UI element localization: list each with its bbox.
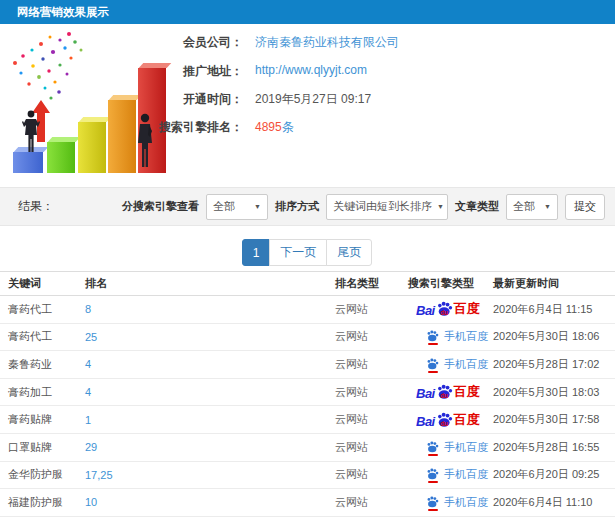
rank-type-cell: 云网站 xyxy=(335,302,408,317)
promo-url-label: 推广地址： xyxy=(183,63,243,80)
sort-select[interactable]: 关键词由短到长排序 ▼ xyxy=(326,194,448,220)
rank-unit: 条 xyxy=(282,120,294,134)
keyword-cell: 膏药代工 xyxy=(8,302,85,317)
chevron-down-icon: ▼ xyxy=(437,203,444,210)
update-time-cell: 2020年5月28日 16:55 xyxy=(493,440,615,455)
table-body: 膏药代工 8 云网站 Bai du 百度 xyxy=(0,296,615,520)
rank-link[interactable]: 4 xyxy=(85,358,335,370)
baidu-logo: Bai du 百度 xyxy=(408,383,480,401)
rank-type-cell: 云网站 xyxy=(335,357,408,372)
chevron-down-icon: ▼ xyxy=(544,203,551,210)
engine-cell: Bai du 百度 手机百度 xyxy=(408,439,493,456)
next-page-button[interactable]: 下一页 xyxy=(269,239,327,266)
update-time-cell: 2020年6月4日 11:15 xyxy=(493,302,615,317)
baidu-paw-icon: du xyxy=(436,384,453,400)
rank-link[interactable]: 25 xyxy=(85,331,335,343)
sort-selected-value: 关键词由短到长排序 xyxy=(333,199,432,214)
update-time-cell: 2020年5月30日 17:58 xyxy=(493,412,615,427)
rank-link[interactable]: 1 xyxy=(85,414,335,426)
col-header-keyword: 关键词 xyxy=(8,276,85,291)
table-row: 福建防护服 10 云网站 Bai du 百度 xyxy=(0,489,615,517)
baidu-logo-cn-text: 百度 xyxy=(454,383,480,401)
keyword-cell: 膏药贴牌 xyxy=(8,412,85,427)
engine-filter-select[interactable]: 全部 ▼ xyxy=(206,194,268,220)
mobile-baidu-label: 手机百度 xyxy=(444,357,488,372)
engine-cell: Bai du 百度 手机百度 xyxy=(408,328,493,345)
mobile-baidu-logo: 手机百度 xyxy=(408,466,488,483)
engine-cell: Bai du 百度 手机百度 xyxy=(408,466,493,483)
mobile-baidu-underline xyxy=(428,454,438,456)
rank-type-cell: 云网站 xyxy=(335,385,408,400)
mobile-baidu-underline xyxy=(428,371,438,373)
update-time-cell: 2020年6月4日 11:10 xyxy=(493,495,615,510)
table-row: 膏药加工 4 云网站 Bai du 百度 xyxy=(0,379,615,407)
engine-rank-row: 搜索引擎排名： 4895条 xyxy=(160,119,610,135)
keyword-rank-table: 关键词 排名 排名类型 搜索引擎类型 最新更新时间 膏药代工 8 云网站 Bai… xyxy=(0,271,615,520)
mobile-baidu-logo: 手机百度 xyxy=(408,439,488,456)
mobile-baidu-underline xyxy=(428,481,438,483)
engine-cell: Bai du 百度 手机百度 xyxy=(408,494,493,511)
table-row: 膏药贴牌 1 云网站 Bai du 百度 xyxy=(0,406,615,434)
article-type-selected-value: 全部 xyxy=(513,199,535,214)
mobile-baidu-paw-icon xyxy=(426,330,439,345)
open-time-row: 开通时间： 2019年5月27日 09:17 xyxy=(160,91,610,107)
chevron-down-icon: ▼ xyxy=(254,203,261,210)
rank-count: 4895 xyxy=(255,120,282,134)
pagination: 1 下一页 尾页 xyxy=(0,239,615,266)
mobile-baidu-label: 手机百度 xyxy=(444,329,488,344)
rank-link[interactable]: 4 xyxy=(85,386,335,398)
rank-type-cell: 云网站 xyxy=(335,440,408,455)
filter-bar: 结果： 分搜索引擎查看 全部 ▼ 排序方式 关键词由短到长排序 ▼ 文章类型 全… xyxy=(0,187,615,226)
page-title: 网络营销效果展示 xyxy=(17,6,109,18)
rank-link[interactable]: 17,25 xyxy=(85,469,335,481)
mobile-baidu-logo: 手机百度 xyxy=(408,356,488,373)
submit-button[interactable]: 提交 xyxy=(565,194,605,220)
bar-orange xyxy=(108,100,136,173)
results-label: 结果： xyxy=(18,198,54,215)
last-page-button[interactable]: 尾页 xyxy=(326,239,372,266)
update-time-cell: 2020年6月20日 09:25 xyxy=(493,467,615,482)
rank-link[interactable]: 29 xyxy=(85,441,335,453)
engine-filter-selected-value: 全部 xyxy=(213,199,235,214)
mobile-baidu-paw-icon xyxy=(426,441,439,456)
mobile-baidu-paw-icon xyxy=(426,358,439,373)
col-header-rank-type: 排名类型 xyxy=(335,276,408,291)
svg-text:du: du xyxy=(440,392,448,399)
member-company-label: 会员公司： xyxy=(183,34,243,51)
baidu-logo-cn-text: 百度 xyxy=(454,411,480,429)
rank-link[interactable]: 8 xyxy=(85,303,335,315)
filter-controls: 分搜索引擎查看 全部 ▼ 排序方式 关键词由短到长排序 ▼ 文章类型 全部 ▼ … xyxy=(122,194,605,220)
mobile-baidu-underline xyxy=(428,343,438,345)
mobile-baidu-label: 手机百度 xyxy=(444,495,488,510)
engine-cell: Bai du 百度 手机百度 xyxy=(408,300,493,318)
confetti-icon xyxy=(5,28,95,106)
mobile-baidu-paw-icon xyxy=(426,496,439,511)
baidu-logo-bai-text: Bai xyxy=(416,303,435,318)
businessman-icon xyxy=(134,113,156,169)
rank-link[interactable]: 10 xyxy=(85,496,335,508)
engine-cell: Bai du 百度 手机百度 xyxy=(408,383,493,401)
rank-type-cell: 云网站 xyxy=(335,495,408,510)
table-row: 膏药代工 25 云网站 Bai du 百度 xyxy=(0,324,615,352)
bar-blue xyxy=(13,152,43,173)
baidu-paw-icon: du xyxy=(436,301,453,317)
mobile-baidu-underline xyxy=(428,509,438,511)
table-row: 口罩贴牌 29 云网站 Bai du 百度 xyxy=(0,434,615,462)
engine-rank-label: 搜索引擎排名： xyxy=(159,119,243,136)
table-header-row: 关键词 排名 排名类型 搜索引擎类型 最新更新时间 xyxy=(0,271,615,296)
bar-chart-illustration xyxy=(5,28,177,178)
article-type-select[interactable]: 全部 ▼ xyxy=(506,194,558,220)
baidu-logo: Bai du 百度 xyxy=(408,300,480,318)
col-header-updated: 最新更新时间 xyxy=(493,276,615,291)
page: 网络营销效果展示 xyxy=(0,0,615,520)
page-1-button[interactable]: 1 xyxy=(242,239,271,266)
col-header-rank: 排名 xyxy=(85,276,335,291)
update-time-cell: 2020年5月28日 17:02 xyxy=(493,357,615,372)
mobile-baidu-logo: 手机百度 xyxy=(408,328,488,345)
open-time-label: 开通时间： xyxy=(183,91,243,108)
mobile-baidu-logo: 手机百度 xyxy=(408,494,488,511)
promo-url-link[interactable]: http://www.qlyyjt.com xyxy=(255,63,367,77)
baidu-logo-cn-text: 百度 xyxy=(454,300,480,318)
rank-type-cell: 云网站 xyxy=(335,329,408,344)
member-company-link[interactable]: 济南秦鲁药业科技有限公司 xyxy=(255,34,399,51)
